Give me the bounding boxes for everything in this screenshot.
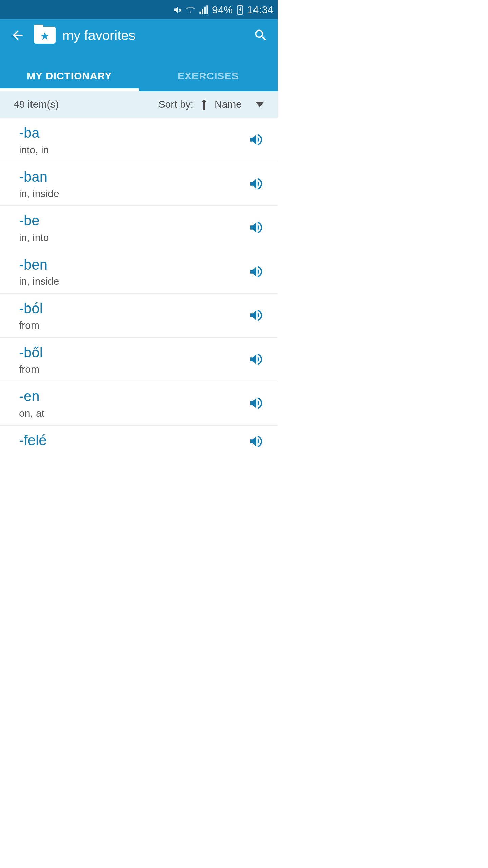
battery-charging-icon: [237, 5, 243, 15]
folder-star-icon: ★: [34, 27, 56, 44]
translation: from: [19, 320, 248, 331]
word: -ba: [19, 124, 248, 142]
speaker-icon[interactable]: [248, 176, 264, 192]
tab-exercises[interactable]: EXERCISES: [139, 65, 278, 91]
translation: on, at: [19, 408, 248, 419]
translation: in, into: [19, 232, 248, 243]
svg-rect-1: [239, 5, 241, 6]
sort-control[interactable]: Sort by: Name: [159, 99, 264, 110]
page-title: my favorites: [62, 28, 136, 43]
wifi-icon: [186, 5, 195, 15]
list-item[interactable]: -be in, into: [0, 206, 278, 250]
speaker-icon[interactable]: [248, 220, 264, 235]
sort-by-label: Sort by:: [159, 99, 194, 110]
list-item[interactable]: -en on, at: [0, 381, 278, 426]
translation: in, inside: [19, 276, 248, 287]
item-count: 49 item(s): [14, 99, 159, 110]
word: -ben: [19, 256, 248, 274]
battery-percentage: 94%: [212, 4, 233, 16]
search-button[interactable]: [253, 28, 268, 43]
speaker-icon[interactable]: [248, 308, 264, 323]
tab-my-dictionary[interactable]: MY DICTIONARY: [0, 65, 139, 91]
word: -ban: [19, 168, 248, 186]
translation: into, in: [19, 144, 248, 156]
back-button[interactable]: [10, 28, 25, 43]
sort-value: Name: [215, 99, 242, 110]
speaker-icon[interactable]: [248, 434, 264, 449]
status-bar: 94% 14:34: [0, 0, 278, 19]
sort-direction-icon: [200, 99, 208, 110]
signal-icon: [199, 5, 208, 15]
list-item[interactable]: -ből from: [0, 338, 278, 382]
list-item[interactable]: -ba into, in: [0, 118, 278, 162]
speaker-icon[interactable]: [248, 132, 264, 147]
translation: in, inside: [19, 188, 248, 199]
speaker-icon[interactable]: [248, 264, 264, 279]
word: -ből: [19, 344, 248, 362]
speaker-icon[interactable]: [248, 352, 264, 367]
app-bar: ★ my favorites MY DICTIONARY EXERCISES: [0, 19, 278, 91]
word-list[interactable]: -ba into, in -ban in, inside -be in, int…: [0, 118, 278, 457]
speaker-icon[interactable]: [248, 395, 264, 411]
sort-bar: 49 item(s) Sort by: Name: [0, 91, 278, 118]
list-item[interactable]: -felé: [0, 426, 278, 458]
tabs: MY DICTIONARY EXERCISES: [0, 65, 278, 91]
mute-icon: [173, 5, 182, 15]
word: -en: [19, 388, 248, 406]
list-item[interactable]: -ból from: [0, 294, 278, 338]
word: -be: [19, 212, 248, 230]
word: -felé: [19, 432, 248, 450]
list-item[interactable]: -ben in, inside: [0, 250, 278, 294]
status-icons: [173, 5, 208, 15]
dropdown-icon: [255, 102, 264, 107]
list-item[interactable]: -ban in, inside: [0, 162, 278, 206]
app-title-group: ★ my favorites: [34, 27, 244, 44]
translation: from: [19, 363, 248, 375]
clock: 14:34: [247, 4, 273, 16]
word: -ból: [19, 300, 248, 318]
